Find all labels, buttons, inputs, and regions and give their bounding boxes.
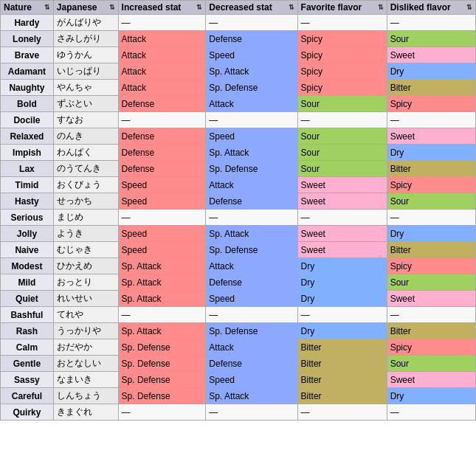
decreased-cell: Speed [206, 128, 297, 145]
header-label-japanese: Japanese [57, 2, 97, 13]
table-row: RashうっかりやSp. AttackSp. DefenseDryBitter [1, 323, 476, 339]
decreased-cell: Attack [206, 96, 297, 112]
header-label-favorite: Favorite flavor [301, 2, 362, 13]
nature-cell: Bold [1, 96, 54, 112]
japanese-cell: おだやか [53, 339, 118, 356]
header-nature[interactable]: Nature⇅ [1, 1, 54, 15]
table-row: Hardyがんばりや———— [1, 15, 476, 31]
favorite-cell: Sweet [297, 226, 387, 242]
favorite-cell: Bitter [297, 388, 387, 404]
favorite-cell: Sour [297, 128, 387, 145]
increased-cell: Sp. Attack [118, 274, 206, 291]
increased-cell: Defense [118, 96, 206, 112]
nature-cell: Hasty [1, 193, 54, 210]
decreased-cell: — [206, 15, 297, 31]
sort-icon-increased: ⇅ [196, 4, 202, 11]
decreased-cell: Attack [206, 339, 297, 356]
increased-cell: Sp. Defense [118, 372, 206, 388]
header-japanese[interactable]: Japanese⇅ [53, 1, 118, 15]
favorite-cell: Spicy [297, 31, 387, 47]
increased-cell: Sp. Defense [118, 356, 206, 372]
japanese-cell: むじゃき [53, 242, 118, 258]
disliked-cell: Spicy [387, 339, 475, 356]
header-disliked[interactable]: Disliked flavor⇅ [387, 1, 475, 15]
favorite-cell: Spicy [297, 63, 387, 80]
disliked-cell: — [387, 307, 475, 323]
decreased-cell: Speed [206, 291, 297, 307]
japanese-cell: すなお [53, 112, 118, 128]
table-row: ModestひかえめSp. AttackAttackDrySpicy [1, 258, 476, 274]
favorite-cell: Sweet [297, 193, 387, 210]
decreased-cell: Defense [206, 31, 297, 47]
decreased-cell: Sp. Defense [206, 161, 297, 177]
table-row: Docileすなお———— [1, 112, 476, 128]
header-row: Nature⇅Japanese⇅Increased stat⇅Decreased… [1, 1, 476, 15]
disliked-cell: Sour [387, 356, 475, 372]
disliked-cell: Dry [387, 388, 475, 404]
disliked-cell: Bitter [387, 80, 475, 96]
nature-cell: Bashful [1, 307, 54, 323]
nature-cell: Serious [1, 210, 54, 226]
nature-cell: Lonely [1, 31, 54, 47]
increased-cell: — [118, 112, 206, 128]
disliked-cell: — [387, 404, 475, 421]
increased-cell: — [118, 15, 206, 31]
decreased-cell: Sp. Attack [206, 226, 297, 242]
japanese-cell: ゆうかん [53, 47, 118, 63]
disliked-cell: Dry [387, 226, 475, 242]
nature-cell: Naive [1, 242, 54, 258]
header-favorite[interactable]: Favorite flavor⇅ [297, 1, 387, 15]
disliked-cell: Bitter [387, 323, 475, 339]
decreased-cell: Sp. Defense [206, 323, 297, 339]
favorite-cell: — [297, 404, 387, 421]
header-label-nature: Nature [4, 2, 32, 13]
nature-cell: Careful [1, 388, 54, 404]
header-label-decreased: Decreased stat [209, 2, 272, 13]
table-row: Quirkyきまぐれ———— [1, 404, 476, 421]
decreased-cell: Speed [206, 47, 297, 63]
japanese-cell: のんき [53, 128, 118, 145]
decreased-cell: Defense [206, 193, 297, 210]
table-row: AdamantいじっぱりAttackSp. AttackSpicyDry [1, 63, 476, 80]
decreased-cell: — [206, 307, 297, 323]
decreased-cell: Speed [206, 372, 297, 388]
header-increased[interactable]: Increased stat⇅ [118, 1, 206, 15]
table-row: BoldずぶといDefenseAttackSourSpicy [1, 96, 476, 112]
japanese-cell: ようき [53, 226, 118, 242]
favorite-cell: — [297, 112, 387, 128]
disliked-cell: Dry [387, 63, 475, 80]
table-row: CalmおだやかSp. DefenseAttackBitterSpicy [1, 339, 476, 356]
japanese-cell: のうてんき [53, 161, 118, 177]
japanese-cell: しんちょう [53, 388, 118, 404]
nature-cell: Sassy [1, 372, 54, 388]
table-row: TimidおくびょうSpeedAttackSweetSpicy [1, 177, 476, 193]
favorite-cell: Dry [297, 258, 387, 274]
japanese-cell: てれや [53, 307, 118, 323]
favorite-cell: Dry [297, 274, 387, 291]
decreased-cell: Attack [206, 258, 297, 274]
favorite-cell: Sour [297, 161, 387, 177]
disliked-cell: Bitter [387, 242, 475, 258]
header-decreased[interactable]: Decreased stat⇅ [206, 1, 297, 15]
nature-cell: Relaxed [1, 128, 54, 145]
decreased-cell: Sp. Defense [206, 80, 297, 96]
favorite-cell: Sweet [297, 177, 387, 193]
increased-cell: Sp. Defense [118, 339, 206, 356]
nature-cell: Timid [1, 177, 54, 193]
nature-cell: Gentle [1, 356, 54, 372]
sort-icon-japanese: ⇅ [109, 4, 115, 11]
disliked-cell: Sweet [387, 372, 475, 388]
japanese-cell: うっかりや [53, 323, 118, 339]
nature-cell: Rash [1, 323, 54, 339]
decreased-cell: — [206, 112, 297, 128]
favorite-cell: Bitter [297, 372, 387, 388]
increased-cell: Sp. Attack [118, 291, 206, 307]
japanese-cell: わんぱく [53, 145, 118, 161]
table-row: ImpishわんぱくDefenseSp. AttackSourDry [1, 145, 476, 161]
japanese-cell: やんちゃ [53, 80, 118, 96]
nature-cell: Quiet [1, 291, 54, 307]
table-row: Bashfulてれや———— [1, 307, 476, 323]
disliked-cell: Sweet [387, 291, 475, 307]
japanese-cell: おくびょう [53, 177, 118, 193]
favorite-cell: — [297, 210, 387, 226]
